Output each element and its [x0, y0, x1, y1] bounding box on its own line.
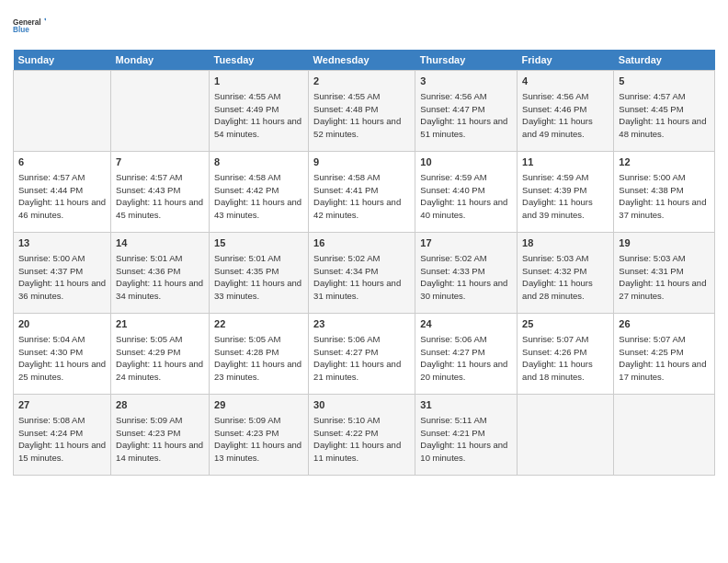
sunset-time: Sunset: 4:26 PM	[522, 347, 586, 357]
day-number: 14	[116, 236, 204, 250]
weekday-header-wednesday: Wednesday	[309, 50, 415, 71]
daylight-hours: Daylight: 11 hours and 49 minutes.	[522, 116, 593, 139]
sunset-time: Sunset: 4:45 PM	[619, 104, 683, 114]
weekday-header-sunday: Sunday	[14, 50, 111, 71]
day-number: 15	[214, 236, 303, 250]
day-number: 7	[116, 155, 204, 169]
calendar-cell: 2 Sunrise: 4:55 AM Sunset: 4:48 PM Dayli…	[309, 71, 415, 152]
daylight-hours: Daylight: 11 hours and 40 minutes.	[420, 197, 507, 220]
daylight-hours: Daylight: 11 hours and 34 minutes.	[116, 278, 203, 301]
sunset-time: Sunset: 4:29 PM	[116, 347, 180, 357]
sunrise-time: Sunrise: 5:05 AM	[214, 334, 280, 344]
calendar-cell	[111, 71, 210, 152]
calendar-cell: 26 Sunrise: 5:07 AM Sunset: 4:25 PM Dayl…	[614, 314, 715, 395]
sunset-time: Sunset: 4:23 PM	[214, 428, 279, 438]
sunrise-time: Sunrise: 4:55 AM	[214, 91, 280, 101]
page-container: General Blue SundayMondayTuesdayWednesda…	[0, 0, 728, 481]
calendar-cell: 29 Sunrise: 5:09 AM Sunset: 4:23 PM Dayl…	[210, 395, 309, 476]
sunset-time: Sunset: 4:44 PM	[18, 185, 83, 195]
day-number: 9	[313, 155, 410, 169]
sunrise-time: Sunrise: 5:03 AM	[522, 253, 588, 263]
day-number: 8	[214, 155, 303, 169]
sunrise-time: Sunrise: 5:06 AM	[420, 334, 486, 344]
daylight-hours: Daylight: 11 hours and 43 minutes.	[214, 197, 301, 220]
day-number: 31	[420, 398, 512, 412]
daylight-hours: Daylight: 11 hours and 54 minutes.	[214, 116, 301, 139]
weekday-header-tuesday: Tuesday	[210, 50, 309, 71]
daylight-hours: Daylight: 11 hours and 20 minutes.	[420, 359, 507, 382]
day-number: 4	[522, 75, 609, 88]
day-number: 25	[522, 317, 609, 331]
day-number: 28	[116, 398, 204, 412]
daylight-hours: Daylight: 11 hours and 31 minutes.	[313, 278, 401, 301]
weekday-header-saturday: Saturday	[614, 50, 715, 71]
sunrise-time: Sunrise: 5:00 AM	[18, 253, 85, 263]
calendar-cell: 13 Sunrise: 5:00 AM Sunset: 4:37 PM Dayl…	[14, 233, 111, 314]
sunset-time: Sunset: 4:48 PM	[313, 104, 378, 114]
sunrise-time: Sunrise: 4:57 AM	[619, 91, 685, 101]
sunset-time: Sunset: 4:32 PM	[522, 266, 586, 276]
day-number: 24	[420, 317, 512, 331]
sunset-time: Sunset: 4:22 PM	[313, 428, 378, 438]
calendar-cell: 1 Sunrise: 4:55 AM Sunset: 4:49 PM Dayli…	[210, 71, 309, 152]
calendar-cell: 25 Sunrise: 5:07 AM Sunset: 4:26 PM Dayl…	[518, 314, 614, 395]
calendar-cell: 10 Sunrise: 4:59 AM Sunset: 4:40 PM Dayl…	[415, 152, 518, 233]
sunrise-time: Sunrise: 4:55 AM	[313, 91, 380, 101]
day-number: 29	[214, 398, 303, 412]
daylight-hours: Daylight: 11 hours and 48 minutes.	[619, 116, 706, 139]
sunset-time: Sunset: 4:39 PM	[522, 185, 586, 195]
calendar-cell: 11 Sunrise: 4:59 AM Sunset: 4:39 PM Dayl…	[518, 152, 614, 233]
daylight-hours: Daylight: 11 hours and 37 minutes.	[619, 197, 706, 220]
sunset-time: Sunset: 4:30 PM	[18, 347, 83, 357]
daylight-hours: Daylight: 11 hours and 28 minutes.	[522, 278, 593, 301]
daylight-hours: Daylight: 11 hours and 23 minutes.	[214, 359, 301, 382]
daylight-hours: Daylight: 11 hours and 13 minutes.	[214, 440, 301, 463]
day-number: 20	[18, 317, 106, 331]
calendar-cell: 31 Sunrise: 5:11 AM Sunset: 4:21 PM Dayl…	[415, 395, 518, 476]
calendar-cell: 7 Sunrise: 4:57 AM Sunset: 4:43 PM Dayli…	[111, 152, 210, 233]
sunrise-time: Sunrise: 4:58 AM	[214, 172, 280, 182]
sunrise-time: Sunrise: 5:01 AM	[214, 253, 280, 263]
calendar-cell	[614, 395, 715, 476]
daylight-hours: Daylight: 11 hours and 30 minutes.	[420, 278, 507, 301]
sunrise-time: Sunrise: 5:02 AM	[313, 253, 380, 263]
day-number: 19	[619, 236, 710, 250]
daylight-hours: Daylight: 11 hours and 51 minutes.	[420, 116, 507, 139]
daylight-hours: Daylight: 11 hours and 36 minutes.	[18, 278, 106, 301]
day-number: 17	[420, 236, 512, 250]
day-number: 5	[619, 75, 710, 88]
daylight-hours: Daylight: 11 hours and 52 minutes.	[313, 116, 401, 139]
header: General Blue	[13, 9, 715, 42]
calendar-cell: 3 Sunrise: 4:56 AM Sunset: 4:47 PM Dayli…	[415, 71, 518, 152]
sunrise-time: Sunrise: 5:09 AM	[116, 415, 182, 425]
daylight-hours: Daylight: 11 hours and 33 minutes.	[214, 278, 301, 301]
daylight-hours: Daylight: 11 hours and 21 minutes.	[313, 359, 401, 382]
calendar-cell: 12 Sunrise: 5:00 AM Sunset: 4:38 PM Dayl…	[614, 152, 715, 233]
calendar-week-5: 27 Sunrise: 5:08 AM Sunset: 4:24 PM Dayl…	[14, 395, 715, 476]
calendar-cell: 14 Sunrise: 5:01 AM Sunset: 4:36 PM Dayl…	[111, 233, 210, 314]
calendar-cell: 9 Sunrise: 4:58 AM Sunset: 4:41 PM Dayli…	[309, 152, 415, 233]
daylight-hours: Daylight: 11 hours and 39 minutes.	[522, 197, 593, 220]
day-number: 3	[420, 75, 512, 88]
sunrise-time: Sunrise: 4:56 AM	[420, 91, 486, 101]
calendar-cell: 19 Sunrise: 5:03 AM Sunset: 4:31 PM Dayl…	[614, 233, 715, 314]
calendar-cell: 16 Sunrise: 5:02 AM Sunset: 4:34 PM Dayl…	[309, 233, 415, 314]
sunset-time: Sunset: 4:24 PM	[18, 428, 83, 438]
day-number: 1	[214, 75, 303, 88]
day-number: 26	[619, 317, 710, 331]
sunrise-time: Sunrise: 5:11 AM	[420, 415, 486, 425]
daylight-hours: Daylight: 11 hours and 11 minutes.	[313, 440, 401, 463]
sunset-time: Sunset: 4:47 PM	[420, 104, 484, 114]
sunset-time: Sunset: 4:27 PM	[313, 347, 378, 357]
calendar-cell: 18 Sunrise: 5:03 AM Sunset: 4:32 PM Dayl…	[518, 233, 614, 314]
sunrise-time: Sunrise: 5:02 AM	[420, 253, 486, 263]
calendar-cell: 22 Sunrise: 5:05 AM Sunset: 4:28 PM Dayl…	[210, 314, 309, 395]
logo-icon: General Blue	[13, 9, 46, 42]
calendar-cell: 23 Sunrise: 5:06 AM Sunset: 4:27 PM Dayl…	[309, 314, 415, 395]
sunset-time: Sunset: 4:34 PM	[313, 266, 378, 276]
sunrise-time: Sunrise: 5:06 AM	[313, 334, 380, 344]
sunset-time: Sunset: 4:42 PM	[214, 185, 279, 195]
day-number: 22	[214, 317, 303, 331]
weekday-header-row: SundayMondayTuesdayWednesdayThursdayFrid…	[14, 50, 715, 71]
calendar-cell: 20 Sunrise: 5:04 AM Sunset: 4:30 PM Dayl…	[14, 314, 111, 395]
